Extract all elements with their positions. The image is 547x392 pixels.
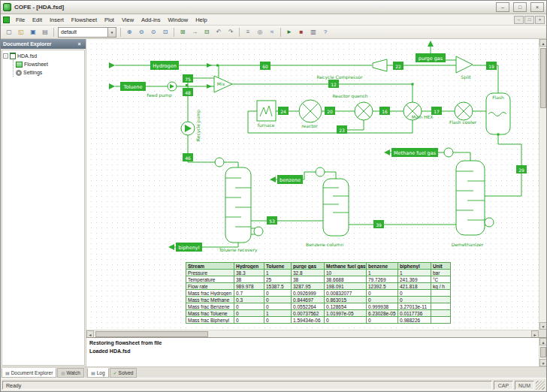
tree-item-flowsheet[interactable]: Flowsheet: [16, 60, 83, 68]
stream-badge-46[interactable]: 46: [183, 153, 193, 161]
stream-label-benzene[interactable]: benzene: [277, 175, 303, 184]
horizontal-scroll-thumb[interactable]: [95, 331, 208, 337]
solve-icon[interactable]: ►: [283, 27, 295, 38]
benzene-column-symbol[interactable]: [323, 179, 349, 236]
furnace-symbol[interactable]: [257, 101, 276, 121]
menu-item-help[interactable]: Help: [192, 16, 210, 24]
zoom-out-icon[interactable]: ⊖: [135, 27, 147, 38]
log-scroll-thumb[interactable]: [540, 347, 546, 357]
stream-badge-48[interactable]: 48: [183, 88, 193, 96]
stream-table-row[interactable]: Flow rate989.97815387.53287.95198.091123…: [186, 283, 451, 290]
menu-item-file[interactable]: File: [12, 16, 29, 24]
vertical-scroll-thumb[interactable]: [540, 48, 546, 108]
stream-badge-23[interactable]: 23: [337, 125, 347, 134]
maximize-button[interactable]: □: [513, 2, 527, 12]
combo-dropdown-icon[interactable]: ▾: [107, 28, 116, 37]
stream-badge-53[interactable]: 53: [267, 216, 277, 225]
rotate-left-icon[interactable]: ↶: [213, 27, 225, 38]
close-button[interactable]: ×: [530, 2, 544, 12]
stream-table-row[interactable]: Mass frac Toluene010.007375621.01997e-05…: [186, 310, 451, 317]
stream-table-row[interactable]: Mass frac Benzene000.05522640.1286540.99…: [186, 303, 451, 310]
zoom-in-icon[interactable]: ⊕: [123, 27, 135, 38]
benzene-column-condenser-symbol[interactable]: [316, 167, 325, 176]
toluene-recovery-column-symbol[interactable]: [225, 167, 251, 243]
menu-item-plot[interactable]: Plot: [101, 16, 118, 24]
stop-icon[interactable]: ■: [295, 27, 307, 38]
stream-table-row[interactable]: Temperature38253838.668879.7269241.369°C: [186, 276, 451, 283]
stream-label-biphenyl[interactable]: biphenyl: [176, 243, 202, 252]
tab-watch[interactable]: ◎ Watch: [57, 368, 83, 378]
stream-badge-22[interactable]: 22: [393, 62, 403, 70]
flowsheet-config-combo[interactable]: default ▾: [58, 27, 116, 38]
stream-table-row[interactable]: Mass frac Biphenyl001.59434e-06000.98822…: [186, 317, 451, 324]
titlebar[interactable]: COFE - [HDA.fsd] – □ ×: [1, 1, 546, 14]
stream-results-table[interactable]: StreamHydrogenToluenepurge gasMethane fu…: [186, 262, 451, 324]
open-file-icon[interactable]: ◱: [15, 27, 27, 38]
stream-badge-16[interactable]: 16: [379, 107, 390, 115]
menu-item-insert[interactable]: Insert: [46, 16, 68, 24]
zoom-actual-icon[interactable]: ⊙: [147, 27, 159, 38]
tab-document-explorer[interactable]: ▤ Document Explorer: [2, 368, 56, 378]
demethanizer-reboiler-symbol[interactable]: [485, 218, 494, 227]
tab-solved[interactable]: ✓ Solved: [110, 368, 138, 378]
menu-item-view[interactable]: View: [118, 16, 138, 24]
tree-item-root[interactable]: - HDA.fsd: [3, 52, 83, 60]
stream-table-row[interactable]: Mass frac Hydrogen0.700.09269990.0083207…: [186, 290, 451, 297]
toluene-recovery-reboiler-symbol[interactable]: [254, 227, 263, 236]
stream-badge-20[interactable]: 20: [325, 107, 335, 115]
scroll-up-icon[interactable]: ▲: [539, 39, 547, 47]
minimize-button[interactable]: –: [496, 2, 509, 12]
scroll-up-icon[interactable]: ▲: [539, 338, 547, 345]
panel-close-icon[interactable]: ×: [75, 41, 83, 47]
insert-stream-icon[interactable]: →: [189, 27, 201, 38]
splitter-symbol[interactable]: [456, 56, 473, 73]
tab-log[interactable]: ▤ Log: [87, 368, 109, 378]
tree-item-settings[interactable]: Settings: [16, 68, 83, 77]
compressor-symbol[interactable]: [373, 59, 387, 71]
save-icon[interactable]: ▣: [27, 27, 39, 38]
scroll-down-icon[interactable]: ▼: [539, 322, 547, 330]
tree-expander-icon[interactable]: -: [3, 53, 8, 59]
mdi-minimize-button[interactable]: –: [514, 16, 524, 24]
resize-grip[interactable]: [536, 381, 545, 390]
scroll-down-icon[interactable]: ▼: [539, 359, 547, 366]
demethanizer-condenser-symbol[interactable]: [444, 148, 453, 157]
print-icon[interactable]: ▤: [39, 27, 51, 38]
stream-label-hydrogen[interactable]: Hydrogen: [150, 61, 179, 70]
stream-badge-19[interactable]: 19: [486, 62, 497, 70]
stream-badge-12[interactable]: 12: [328, 80, 339, 88]
stream-label-toluene[interactable]: Toluene: [120, 82, 146, 91]
stream-table-row[interactable]: Mass frac Methane0.300.8446970.86301500: [186, 297, 451, 303]
stream-badge-39[interactable]: 39: [373, 220, 384, 228]
stream-label-methane-fuel-gas[interactable]: Methane fuel gas: [391, 148, 438, 157]
document-explorer-header[interactable]: Document Explorer ×: [1, 39, 86, 49]
menu-item-flowsheet[interactable]: Flowsheet: [68, 16, 101, 24]
log-scrollbar[interactable]: ▲ ▼: [539, 338, 546, 366]
horizontal-scrollbar[interactable]: ◄ ►: [86, 330, 539, 337]
new-document-icon[interactable]: ▢: [3, 27, 15, 38]
zoom-fit-icon[interactable]: ⊡: [159, 27, 171, 38]
horizontal-scroll-track[interactable]: [94, 330, 531, 337]
demethanizer-column-symbol[interactable]: [456, 161, 485, 235]
toluene-recovery-condenser-symbol[interactable]: [215, 158, 224, 167]
stream-label-purge-gas[interactable]: purge gas: [416, 53, 446, 62]
stream-badge-24[interactable]: 24: [278, 107, 289, 115]
document-window-icon[interactable]: [3, 17, 10, 23]
insert-unit-icon[interactable]: ⊟: [201, 27, 213, 38]
stream-table-row[interactable]: Pressure38.3132.81011bar: [186, 270, 451, 276]
mdi-close-button[interactable]: ×: [535, 16, 545, 24]
report-icon[interactable]: ▥: [307, 27, 319, 38]
menu-item-window[interactable]: Window: [164, 16, 192, 24]
menu-item-edit[interactable]: Edit: [29, 16, 46, 24]
grid-toggle-icon[interactable]: ⊞: [177, 27, 189, 38]
vertical-scroll-track[interactable]: [539, 47, 546, 322]
vertical-scrollbar[interactable]: ▲ ▼: [539, 39, 546, 330]
align-objects-icon[interactable]: ≡: [242, 27, 254, 38]
stream-badge-60[interactable]: 60: [260, 62, 270, 70]
mdi-restore-button[interactable]: □: [524, 16, 534, 24]
help-icon[interactable]: ?: [319, 27, 331, 38]
plot-icon[interactable]: ≈: [266, 27, 278, 38]
stream-badge-75[interactable]: 75: [183, 74, 193, 83]
watch-variables-icon[interactable]: ◎: [254, 27, 266, 38]
log-scroll-track[interactable]: [539, 345, 546, 359]
